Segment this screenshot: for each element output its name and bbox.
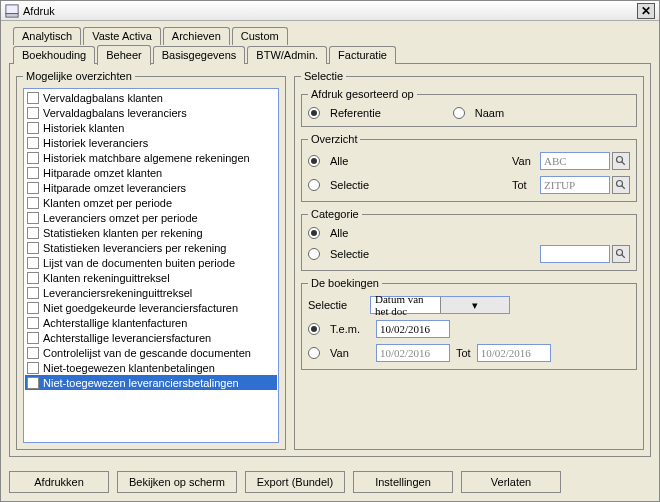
checkbox[interactable] [27, 272, 39, 284]
list-item-label: Statistieken leveranciers per rekening [43, 242, 226, 254]
checkbox[interactable] [27, 257, 39, 269]
list-item[interactable]: Historiek leveranciers [25, 135, 277, 150]
bookings-selection-combo[interactable]: Datum van het doc ▾ [370, 296, 510, 314]
overview-selection-radio[interactable] [308, 179, 320, 191]
list-item[interactable]: Controlelijst van de gescande documenten [25, 345, 277, 360]
checkbox[interactable] [27, 167, 39, 179]
list-item[interactable]: Leveranciersrekeninguittreksel [25, 285, 277, 300]
print-button[interactable]: Afdrukken [9, 471, 109, 493]
tab-vaste-activa[interactable]: Vaste Activa [83, 27, 161, 45]
svg-rect-1 [6, 13, 18, 17]
export-bundle-button[interactable]: Export (Bundel) [245, 471, 345, 493]
checkbox[interactable] [27, 137, 39, 149]
bookings-van-input[interactable] [376, 344, 450, 362]
list-item-label: Leveranciers omzet per periode [43, 212, 198, 224]
list-item-label: Vervaldagbalans klanten [43, 92, 163, 104]
list-item[interactable]: Achterstallige leveranciersfacturen [25, 330, 277, 345]
search-icon [615, 248, 627, 260]
checkbox[interactable] [27, 287, 39, 299]
checkbox[interactable] [27, 122, 39, 134]
checkbox[interactable] [27, 317, 39, 329]
list-item[interactable]: Historiek klanten [25, 120, 277, 135]
list-item[interactable]: Hitparade omzet leveranciers [25, 180, 277, 195]
list-item[interactable]: Leveranciers omzet per periode [25, 210, 277, 225]
list-item[interactable]: Niet-toegewezen klantenbetalingen [25, 360, 277, 375]
tabs-row-lower: BoekhoudingBeheerBasisgegevensBTW/Admin.… [9, 44, 651, 64]
overview-all-radio[interactable] [308, 155, 320, 167]
list-item[interactable]: Klanten rekeninguittreksel [25, 270, 277, 285]
tab-content: Mogelijke overzichten Vervaldagbalans kl… [9, 63, 651, 457]
tab-facturatie[interactable]: Facturatie [329, 46, 396, 64]
tab-btw-admin-[interactable]: BTW/Admin. [247, 46, 327, 64]
list-item-label: Controlelijst van de gescande documenten [43, 347, 251, 359]
list-item-label: Klanten rekeninguittreksel [43, 272, 170, 284]
sorted-on-name-radio[interactable] [453, 107, 465, 119]
tab-boekhouding[interactable]: Boekhouding [13, 46, 95, 64]
list-item[interactable]: Historiek matchbare algemene rekeningen [25, 150, 277, 165]
overview-tot-lookup-button[interactable] [612, 176, 630, 194]
list-item-label: Niet-toegewezen leveranciersbetalingen [43, 377, 239, 389]
checkbox[interactable] [27, 377, 39, 389]
category-all-radio[interactable] [308, 227, 320, 239]
tab-beheer[interactable]: Beheer [97, 45, 150, 65]
tab-custom[interactable]: Custom [232, 27, 288, 45]
svg-point-4 [617, 181, 623, 187]
list-item[interactable]: Vervaldagbalans leveranciers [25, 105, 277, 120]
checkbox[interactable] [27, 362, 39, 374]
list-item-label: Achterstallige klantenfacturen [43, 317, 187, 329]
list-item[interactable]: Statistieken leveranciers per rekening [25, 240, 277, 255]
category-selection-lookup-button[interactable] [612, 245, 630, 263]
sorted-on-group: Afdruk gesorteerd op Referentie Naam [301, 88, 637, 127]
list-item[interactable]: Klanten omzet per periode [25, 195, 277, 210]
close-button[interactable]: ✕ [637, 3, 655, 19]
overview-all-label: Alle [330, 155, 348, 167]
titlebar: Afdruk ✕ [1, 1, 659, 21]
tab-analytisch[interactable]: Analytisch [13, 27, 81, 45]
list-item[interactable]: Statistieken klanten per rekening [25, 225, 277, 240]
view-on-screen-button[interactable]: Bekijken op scherm [117, 471, 237, 493]
overview-listbox[interactable]: Vervaldagbalans klantenVervaldagbalans l… [23, 88, 279, 443]
category-selection-radio[interactable] [308, 248, 320, 260]
sorted-on-name-label: Naam [475, 107, 504, 119]
checkbox[interactable] [27, 302, 39, 314]
leave-button[interactable]: Verlaten [461, 471, 561, 493]
list-item-label: Niet-toegewezen klantenbetalingen [43, 362, 215, 374]
bookings-tem-input[interactable] [376, 320, 450, 338]
checkbox[interactable] [27, 92, 39, 104]
settings-button[interactable]: Instellingen [353, 471, 453, 493]
bookings-tot-input[interactable] [477, 344, 551, 362]
overview-van-input[interactable] [540, 152, 610, 170]
tab-basisgegevens[interactable]: Basisgegevens [153, 46, 246, 64]
list-item-label: Leveranciersrekeninguittreksel [43, 287, 192, 299]
overview-van-label: Van [512, 155, 538, 167]
bookings-van-radio[interactable] [308, 347, 320, 359]
checkbox[interactable] [27, 152, 39, 164]
list-item[interactable]: Achterstallige klantenfacturen [25, 315, 277, 330]
list-item-label: Historiek leveranciers [43, 137, 148, 149]
checkbox[interactable] [27, 242, 39, 254]
checkbox[interactable] [27, 212, 39, 224]
overview-van-lookup-button[interactable] [612, 152, 630, 170]
checkbox[interactable] [27, 107, 39, 119]
overview-tot-input[interactable] [540, 176, 610, 194]
bookings-tem-radio[interactable] [308, 323, 320, 335]
list-item[interactable]: Niet-toegewezen leveranciersbetalingen [25, 375, 277, 390]
list-item[interactable]: Lijst van de documenten buiten periode [25, 255, 277, 270]
list-item[interactable]: Niet goedgekeurde leveranciersfacturen [25, 300, 277, 315]
overview-range-group: Overzicht Alle Van [301, 133, 637, 202]
list-item-label: Statistieken klanten per rekening [43, 227, 203, 239]
tab-archieven[interactable]: Archieven [163, 27, 230, 45]
category-selection-input[interactable] [540, 245, 610, 263]
close-icon: ✕ [641, 5, 651, 17]
bookings-tem-label: T.e.m. [330, 323, 370, 335]
checkbox[interactable] [27, 332, 39, 344]
list-item[interactable]: Vervaldagbalans klanten [25, 90, 277, 105]
checkbox[interactable] [27, 197, 39, 209]
list-item[interactable]: Hitparade omzet klanten [25, 165, 277, 180]
svg-rect-0 [6, 4, 18, 13]
checkbox[interactable] [27, 227, 39, 239]
selection-panel: Selectie Afdruk gesorteerd op Referentie… [294, 70, 644, 450]
sorted-on-reference-radio[interactable] [308, 107, 320, 119]
checkbox[interactable] [27, 182, 39, 194]
checkbox[interactable] [27, 347, 39, 359]
